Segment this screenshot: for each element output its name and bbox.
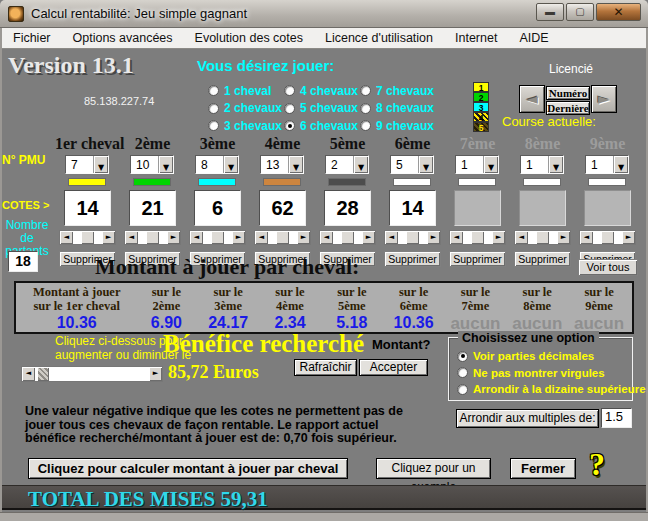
pmu-number-select[interactable]: 5 ▼ [390,155,434,174]
scrollbar-track[interactable] [528,231,557,244]
menu-item[interactable]: AIDE [508,28,559,48]
horses-count-radio[interactable]: 2 chevaux [208,100,284,118]
previous-race-button[interactable]: ◄ [519,85,545,113]
scroll-right-icon[interactable]: ► [232,231,245,244]
select-dropdown-button[interactable]: ▼ [288,156,303,173]
menu-item[interactable]: Internet [444,28,508,48]
scroll-right-icon[interactable]: ► [149,367,162,381]
supprimer-button[interactable]: Supprimer [384,251,441,267]
menu-item[interactable]: Fichier [2,28,62,48]
select-dropdown-button[interactable]: ▼ [613,156,628,173]
scrollbar-thumb[interactable] [81,231,94,244]
scroll-left-icon[interactable]: ◄ [450,231,463,244]
cote-scrollbar[interactable]: ◄ ► [514,230,571,245]
scroll-right-icon[interactable]: ► [167,231,180,244]
scrollbar-thumb[interactable] [406,231,419,244]
benefit-scrollbar[interactable]: ◄ ► [21,366,163,382]
cote-scrollbar[interactable]: ◄ ► [384,230,441,245]
horses-count-radio[interactable]: 3 chevaux [208,117,284,135]
select-dropdown-button[interactable]: ▼ [418,156,433,173]
scrollbar-track[interactable] [463,231,492,244]
cote-scrollbar[interactable]: ◄ ► [124,230,181,245]
cote-scrollbar[interactable]: ◄ ► [254,230,311,245]
pmu-number-select[interactable]: 2 ▼ [325,155,369,174]
menu-item[interactable]: Evolution des cotes [184,28,314,48]
horses-count-radio[interactable]: 6 chevaux [284,117,360,135]
pmu-number-select[interactable]: 10 ▼ [130,155,174,174]
scroll-left-icon[interactable]: ◄ [125,231,138,244]
scroll-left-icon[interactable]: ◄ [255,231,268,244]
scroll-right-icon[interactable]: ► [297,231,310,244]
menu-bar[interactable]: Fichier Options avancées Evolution des c… [2,28,646,49]
pmu-number-select[interactable]: 1 ▼ [585,155,629,174]
scrollbar-thumb[interactable] [536,231,549,244]
scrollbar-thumb[interactable] [211,231,224,244]
scroll-right-icon[interactable]: ► [102,231,115,244]
menu-item[interactable]: Licence d'utilisation [314,28,444,48]
scrollbar-track[interactable] [268,231,297,244]
partants-value[interactable]: 18 [8,251,38,272]
cote-scrollbar[interactable]: ◄ ► [189,230,246,245]
round-multiple-input[interactable]: 1.5 [601,408,632,428]
pmu-number-select[interactable]: 13 ▼ [260,155,304,174]
calculate-button[interactable]: Cliquez pour calculer montant à jouer pa… [28,458,348,479]
scrollbar-thumb[interactable] [341,231,354,244]
next-race-button[interactable]: ► [591,85,617,113]
title-bar[interactable]: Calcul rentabilité: Jeu simple gagnant ▬… [0,0,648,28]
display-option-radio[interactable]: Ne pas montrer virgules [457,365,646,382]
scrollbar-track[interactable] [138,231,167,244]
fermer-button[interactable]: Fermer [510,458,576,479]
voir-tous-button[interactable]: Voir tous [578,259,638,276]
horses-count-radio[interactable]: 1 cheval [208,82,284,100]
help-icon[interactable]: ? [589,446,605,483]
cote-scrollbar[interactable]: ◄ ► [579,230,636,245]
select-dropdown-button[interactable]: ▼ [353,156,368,173]
select-dropdown-button[interactable]: ▼ [223,156,238,173]
close-button[interactable]: ✕ [596,3,641,21]
scroll-left-icon[interactable]: ◄ [22,367,35,381]
pmu-number-select[interactable]: 8 ▼ [195,155,239,174]
numero-button[interactable]: Numéro [546,86,590,100]
display-option-radio[interactable]: Voir parties décimales [457,348,646,365]
scrollbar-track[interactable] [203,231,232,244]
horses-count-radio[interactable]: 9 chevaux [360,117,436,135]
scroll-right-icon[interactable]: ► [622,231,635,244]
supprimer-button[interactable]: Supprimer [514,251,571,267]
scrollbar-track[interactable] [398,231,427,244]
scrollbar-track[interactable] [73,231,102,244]
example-button[interactable]: Cliquez pour un exemple [376,458,491,479]
scroll-left-icon[interactable]: ◄ [515,231,528,244]
supprimer-button[interactable]: Supprimer [449,251,506,267]
scrollbar-thumb[interactable] [471,231,484,244]
scroll-left-icon[interactable]: ◄ [385,231,398,244]
minimize-button[interactable]: ▬ [536,3,564,21]
scrollbar-track[interactable] [35,367,149,381]
scrollbar-thumb[interactable] [276,231,289,244]
scroll-left-icon[interactable]: ◄ [320,231,333,244]
refresh-button[interactable]: Rafraîchir [294,359,357,376]
pmu-number-select[interactable]: 1 ▼ [455,155,499,174]
scroll-right-icon[interactable]: ► [427,231,440,244]
scroll-left-icon[interactable]: ◄ [60,231,73,244]
pmu-number-select[interactable]: 7 ▼ [65,155,109,174]
maximize-button[interactable]: ▢ [566,3,594,21]
scroll-left-icon[interactable]: ◄ [190,231,203,244]
cote-scrollbar[interactable]: ◄ ► [59,230,116,245]
select-dropdown-button[interactable]: ▼ [93,156,108,173]
display-option-radio[interactable]: Arrondir à la dizaine supérieure [457,381,646,398]
horses-count-radio[interactable]: 8 chevaux [360,100,436,118]
cote-scrollbar[interactable]: ◄ ► [449,230,506,245]
scrollbar-thumb[interactable] [601,231,614,244]
scroll-left-icon[interactable]: ◄ [580,231,593,244]
scrollbar-thumb[interactable] [146,231,159,244]
select-dropdown-button[interactable]: ▼ [548,156,563,173]
pmu-number-select[interactable]: 1 ▼ [520,155,564,174]
menu-item[interactable]: Options avancées [62,28,184,48]
derniere-button[interactable]: Dernière [546,101,590,115]
horses-count-radio[interactable]: 5 chevaux [284,100,360,118]
horses-count-radio[interactable]: 4 chevaux [284,82,360,100]
scrollbar-track[interactable] [593,231,622,244]
cote-scrollbar[interactable]: ◄ ► [319,230,376,245]
scroll-right-icon[interactable]: ► [492,231,505,244]
scroll-right-icon[interactable]: ► [362,231,375,244]
